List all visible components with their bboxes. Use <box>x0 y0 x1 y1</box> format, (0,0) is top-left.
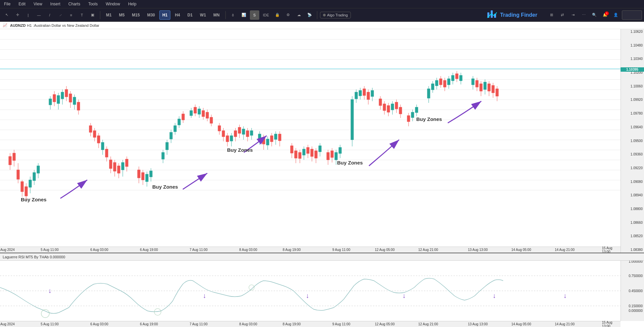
cursor-tool[interactable]: ↖ <box>2 10 11 20</box>
chart-desc-text: Australian Dollar vs New Zealand Dollar <box>34 23 99 27</box>
svg-rect-112 <box>270 136 273 142</box>
svg-rect-64 <box>162 152 164 159</box>
buy-zone-label-5: Buy Zones <box>416 116 442 122</box>
line-tool[interactable]: | <box>23 10 33 20</box>
tf-m5[interactable]: M5 <box>116 10 128 20</box>
algo-trading-label: Algo Trading <box>327 13 348 17</box>
time-l-8: 9 Aug 11:00 <box>332 322 350 326</box>
menu-edit[interactable]: Edit <box>17 1 27 7</box>
input-field[interactable] <box>622 10 642 20</box>
svg-rect-92 <box>226 136 229 142</box>
grid-view-btn[interactable]: ⊞ <box>547 10 556 20</box>
svg-rect-8 <box>17 170 19 179</box>
rsi-price-3: 0.450000 <box>629 289 643 293</box>
logo-text: Trading Finder <box>500 12 537 18</box>
buy-zone-label-1: Buy Zones <box>21 197 47 202</box>
time-3: 6 Aug 03:00 <box>90 248 108 252</box>
svg-rect-4 <box>9 156 11 165</box>
toolbar: ↖ ✛ | — / ⟋ ≡ T ▣ M1 M5 M15 M30 H1 H4 D1… <box>0 8 644 22</box>
tf-w1[interactable]: W1 <box>197 10 209 20</box>
rsi-arrow-1: ↓ <box>48 287 52 295</box>
more-btn[interactable]: ⋯ <box>579 10 588 20</box>
menu-charts[interactable]: Charts <box>67 1 82 7</box>
algo-trading-btn[interactable]: Algo Trading <box>320 12 351 18</box>
svg-rect-84 <box>206 112 209 118</box>
lock-btn[interactable]: 🔒 <box>273 10 282 20</box>
upper-chart[interactable]: .bull { fill: #26a69a; stroke: #26a69a; … <box>0 29 644 253</box>
menu-insert[interactable]: Insert <box>49 1 62 7</box>
price-label-3: 1.10340 <box>622 57 643 61</box>
channel-tool[interactable]: ⟋ <box>56 10 65 20</box>
menu-view[interactable]: View <box>32 1 44 7</box>
rsi-chart-svg <box>0 261 621 321</box>
search-btn[interactable]: 🔍 <box>590 10 599 20</box>
buy-zone-label-2: Buy Zones <box>152 184 178 190</box>
trendline-tool[interactable]: / <box>45 10 54 20</box>
svg-rect-74 <box>182 114 184 120</box>
lower-rsi-chart[interactable]: Laguerre RSI MT5 By THАb 0.000000 1.0000… <box>0 253 644 327</box>
rsi-price-axis: 1.000000 0.750000 0.450000 0.150000 0.00… <box>621 261 644 321</box>
svg-rect-78 <box>194 107 197 113</box>
tf-m15[interactable]: M15 <box>129 10 143 20</box>
svg-rect-192 <box>476 80 478 87</box>
menu-tools[interactable]: Tools <box>87 1 99 7</box>
svg-rect-184 <box>451 75 454 81</box>
tf-m1[interactable]: M1 <box>103 10 115 20</box>
rsi-price-2: 0.750000 <box>629 274 643 278</box>
tf-h1[interactable]: H1 <box>159 10 170 20</box>
tf-h4[interactable]: H4 <box>172 10 183 20</box>
svg-rect-142 <box>351 100 354 140</box>
signal-btn[interactable]: 📡 <box>305 10 314 20</box>
fib-tool[interactable]: ≡ <box>66 10 76 20</box>
svg-rect-116 <box>278 134 281 141</box>
svg-rect-164 <box>399 107 402 114</box>
svg-rect-28 <box>65 89 68 97</box>
time-l-7: 8 Aug 19:00 <box>283 322 301 326</box>
tf-d1[interactable]: D1 <box>184 10 196 20</box>
svg-rect-32 <box>73 97 76 105</box>
cloud-btn[interactable]: ☁ <box>294 10 304 20</box>
svg-rect-90 <box>222 131 225 137</box>
chart-sync-btn[interactable]: ⇄ <box>557 10 567 20</box>
menu-window[interactable]: Window <box>104 1 121 7</box>
svg-rect-166 <box>407 116 410 122</box>
time-11: 13 Aug 13:00 <box>468 248 488 252</box>
time-l-1: 2 Aug 2024 <box>0 322 15 326</box>
profile-btn[interactable]: 👤 <box>611 10 621 20</box>
rsi-arrow-2: ↓ <box>203 292 206 300</box>
svg-rect-140 <box>339 147 341 153</box>
time-9: 12 Aug 05:00 <box>375 248 395 252</box>
menu-file[interactable]: File <box>3 1 12 7</box>
menu-help[interactable]: Help <box>127 1 138 7</box>
svg-rect-110 <box>266 139 269 145</box>
time-l-14: 15 Aug 13:00 <box>602 321 614 327</box>
svg-rect-124 <box>303 149 305 155</box>
algo-dot <box>323 14 326 16</box>
svg-rect-88 <box>218 126 221 131</box>
svg-rect-24 <box>57 95 60 104</box>
chart-type-candle[interactable]: 🕯 <box>228 10 238 20</box>
settings-btn[interactable]: ⚙ <box>283 10 293 20</box>
svg-rect-148 <box>363 89 366 95</box>
arrow-btn[interactable]: ⇥ <box>568 10 578 20</box>
svg-rect-154 <box>379 99 382 106</box>
price-label-5: 1.10060 <box>622 84 643 88</box>
chart-type-bar[interactable]: 📊 <box>239 10 249 20</box>
logo-icon <box>487 10 497 20</box>
ide-btn[interactable]: IDE <box>261 10 271 20</box>
chart-type-s[interactable]: S <box>250 10 259 20</box>
hline-tool[interactable]: — <box>34 10 44 20</box>
crosshair-tool[interactable]: ✛ <box>13 10 22 20</box>
svg-rect-50 <box>117 166 120 173</box>
tf-mn[interactable]: MN <box>210 10 223 20</box>
svg-rect-144 <box>355 92 358 99</box>
time-5: 7 Aug 11:00 <box>190 248 207 252</box>
svg-rect-22 <box>53 94 56 102</box>
tf-m30[interactable]: M30 <box>144 10 158 20</box>
svg-rect-82 <box>202 111 205 117</box>
time-10: 12 Aug 21:00 <box>418 248 438 252</box>
shapes-tool[interactable]: ▣ <box>88 10 97 20</box>
text-tool[interactable]: T <box>77 10 87 20</box>
rsi-info-bar: Laguerre RSI MT5 By THАb 0.000000 <box>0 253 644 261</box>
notification-btn[interactable]: 🔔 1 <box>600 10 610 20</box>
